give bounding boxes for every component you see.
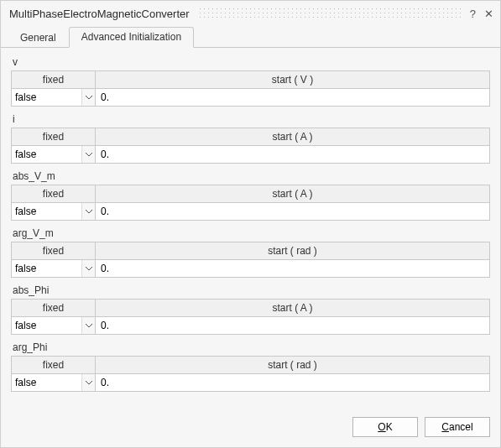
field-label: v	[11, 56, 490, 68]
column-header-start: start ( A )	[96, 300, 489, 316]
field-headers: fixedstart ( V )	[11, 70, 490, 89]
fixed-cell: falsetrue	[12, 146, 96, 163]
start-cell	[96, 374, 489, 391]
fixed-dropdown-wrap: falsetrue	[12, 146, 95, 163]
field-label: arg_V_m	[11, 227, 490, 239]
title-actions: ? ✕	[470, 8, 493, 19]
dialog: MultiPhaseElectroMagneticConverter ? ✕ G…	[0, 0, 501, 448]
fixed-select[interactable]: falsetrue	[12, 317, 95, 334]
column-header-fixed: fixed	[12, 185, 96, 202]
start-cell	[96, 260, 489, 277]
field-block-arg_Phi: arg_Phifixedstart ( rad )falsetrue	[11, 341, 490, 392]
help-icon[interactable]: ?	[470, 8, 476, 19]
titlebar: MultiPhaseElectroMagneticConverter ? ✕	[1, 1, 500, 24]
tab-content: vfixedstart ( V )falsetrueifixedstart ( …	[1, 48, 500, 410]
fixed-cell: falsetrue	[12, 374, 96, 391]
tab-advanced-initialization[interactable]: Advanced Initialization	[69, 27, 194, 48]
fixed-select[interactable]: falsetrue	[12, 89, 95, 106]
column-header-start: start ( A )	[96, 185, 489, 202]
fixed-cell: falsetrue	[12, 260, 96, 277]
field-headers: fixedstart ( rad )	[11, 242, 490, 260]
column-header-fixed: fixed	[12, 300, 96, 316]
field-block-arg_V_m: arg_V_mfixedstart ( rad )falsetrue	[11, 227, 490, 278]
field-block-abs_V_m: abs_V_mfixedstart ( A )falsetrue	[11, 170, 490, 221]
start-input[interactable]	[96, 89, 489, 106]
column-header-start: start ( A )	[96, 128, 489, 145]
start-input[interactable]	[96, 317, 489, 334]
ok-button[interactable]: OK	[352, 417, 418, 437]
field-row: falsetrue	[11, 260, 490, 278]
field-row: falsetrue	[11, 374, 490, 392]
field-headers: fixedstart ( A )	[11, 299, 490, 317]
start-cell	[96, 89, 489, 106]
column-header-fixed: fixed	[12, 242, 96, 259]
titlebar-drag-region[interactable]	[198, 7, 462, 20]
fixed-dropdown-wrap: falsetrue	[12, 317, 95, 334]
dialog-title: MultiPhaseElectroMagneticConverter	[9, 8, 190, 20]
field-label: abs_V_m	[11, 170, 490, 182]
tab-general[interactable]: General	[8, 28, 69, 48]
field-row: falsetrue	[11, 203, 490, 221]
field-row: falsetrue	[11, 146, 490, 164]
fixed-dropdown-wrap: falsetrue	[12, 89, 95, 106]
field-label: abs_Phi	[11, 284, 490, 296]
cancel-button[interactable]: Cancel	[425, 417, 490, 437]
close-icon[interactable]: ✕	[484, 8, 493, 19]
field-block-abs_Phi: abs_Phifixedstart ( A )falsetrue	[11, 284, 490, 335]
field-label: i	[11, 113, 490, 125]
fixed-dropdown-wrap: falsetrue	[12, 203, 95, 220]
fixed-cell: falsetrue	[12, 203, 96, 220]
field-block-i: ifixedstart ( A )falsetrue	[11, 113, 490, 164]
field-block-v: vfixedstart ( V )falsetrue	[11, 56, 490, 107]
start-cell	[96, 203, 489, 220]
tab-bar: General Advanced Initialization	[1, 26, 500, 48]
column-header-fixed: fixed	[12, 71, 96, 88]
start-input[interactable]	[96, 260, 489, 277]
column-header-start: start ( rad )	[96, 357, 489, 373]
field-row: falsetrue	[11, 89, 490, 107]
start-cell	[96, 146, 489, 163]
start-cell	[96, 317, 489, 334]
fixed-select[interactable]: falsetrue	[12, 260, 95, 277]
field-headers: fixedstart ( A )	[11, 185, 490, 203]
start-input[interactable]	[96, 374, 489, 391]
fixed-select[interactable]: falsetrue	[12, 203, 95, 220]
start-input[interactable]	[96, 203, 489, 220]
field-row: falsetrue	[11, 317, 490, 335]
fixed-dropdown-wrap: falsetrue	[12, 374, 95, 391]
fixed-dropdown-wrap: falsetrue	[12, 260, 95, 277]
column-header-fixed: fixed	[12, 357, 96, 373]
button-bar: OK Cancel	[1, 410, 500, 447]
column-header-fixed: fixed	[12, 128, 96, 145]
fixed-select[interactable]: falsetrue	[12, 146, 95, 163]
field-headers: fixedstart ( rad )	[11, 356, 490, 374]
column-header-start: start ( V )	[96, 71, 489, 88]
fixed-cell: falsetrue	[12, 89, 96, 106]
field-headers: fixedstart ( A )	[11, 128, 490, 146]
field-label: arg_Phi	[11, 341, 490, 353]
column-header-start: start ( rad )	[96, 242, 489, 259]
fixed-select[interactable]: falsetrue	[12, 374, 95, 391]
start-input[interactable]	[96, 146, 489, 163]
fixed-cell: falsetrue	[12, 317, 96, 334]
